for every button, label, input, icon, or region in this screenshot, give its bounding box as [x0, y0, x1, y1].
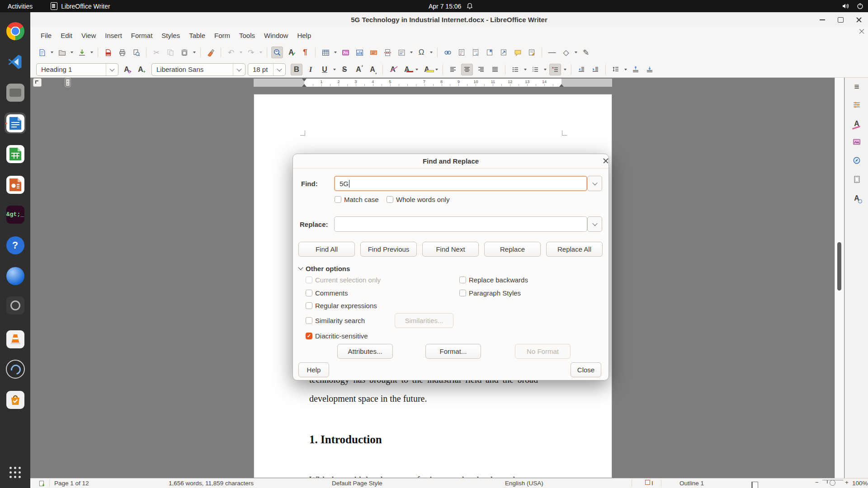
special-character-button[interactable]: Ω	[415, 47, 427, 58]
save-button[interactable]	[76, 47, 88, 58]
print-button[interactable]	[116, 47, 128, 58]
insert-hyperlink-button[interactable]	[442, 47, 453, 58]
paste-button[interactable]	[179, 47, 190, 58]
decrease-indent-button[interactable]	[576, 64, 587, 75]
dock-icon-screenshot-tool[interactable]	[5, 295, 26, 316]
first-line-indent-marker[interactable]	[302, 79, 307, 81]
collapse-chevron-icon[interactable]	[298, 265, 303, 270]
right-indent-marker[interactable]	[559, 84, 564, 87]
replace-input[interactable]	[334, 216, 587, 232]
basic-shapes-dropdown[interactable]	[575, 52, 577, 53]
undo-button[interactable]: ↶	[225, 47, 237, 58]
vertical-scrollbar[interactable]	[835, 78, 844, 478]
bold-button[interactable]: B	[291, 64, 302, 75]
cut-button[interactable]: ✂	[151, 47, 162, 58]
dock-icon-libreoffice-calc[interactable]	[5, 143, 26, 164]
insert-cross-reference-button[interactable]	[498, 47, 509, 58]
comments-label[interactable]: Comments	[315, 289, 348, 297]
redo-dropdown[interactable]	[259, 52, 262, 53]
line-spacing-button[interactable]	[610, 64, 622, 75]
similarity-search-label[interactable]: Similarity search	[315, 317, 365, 324]
insert-field-dropdown[interactable]	[410, 52, 413, 53]
zoom-out-button[interactable]: −	[815, 479, 819, 486]
document-partial-line[interactable]: With the rapid development of science an…	[309, 475, 538, 478]
font-name-dropdown[interactable]	[233, 64, 245, 75]
find-input[interactable]: 5G	[334, 176, 587, 191]
activities-button[interactable]: Activities	[8, 3, 33, 10]
attributes-button[interactable]: Attributes...	[337, 344, 393, 359]
insert-chart-button[interactable]	[354, 47, 365, 58]
clock-menu[interactable]: Apr 7 15:06	[429, 0, 473, 12]
superscript-button[interactable]: A²	[353, 64, 364, 75]
ordered-list-dropdown[interactable]	[544, 69, 547, 70]
selection-mode-label[interactable]: I	[651, 480, 653, 487]
sidebar-tab-style-inspector[interactable]: A	[850, 192, 863, 205]
insert-table-button[interactable]	[320, 47, 331, 58]
dock-icon-libreoffice-impress[interactable]	[5, 174, 26, 195]
clear-formatting-button[interactable]: A	[387, 64, 399, 75]
italic-button[interactable]: I	[305, 64, 316, 75]
line-spacing-dropdown[interactable]	[624, 69, 627, 70]
paragraph-style-combo[interactable]: Heading 1	[36, 63, 118, 76]
font-color-button[interactable]: A	[401, 64, 413, 75]
similarity-search-checkbox[interactable]	[306, 317, 312, 324]
paragraph-styles-label[interactable]: Paragraph Styles	[469, 289, 521, 297]
paste-dropdown[interactable]	[193, 52, 196, 53]
insert-endnote-button[interactable]	[470, 47, 481, 58]
horizontal-line-button[interactable]: —	[546, 47, 558, 58]
update-style-button[interactable]: A⟳	[121, 64, 132, 75]
help-button[interactable]: Help	[298, 362, 329, 377]
increase-paragraph-spacing-button[interactable]	[630, 64, 642, 75]
font-size-combo[interactable]: 18 pt	[248, 63, 286, 76]
format-button[interactable]: Format...	[425, 344, 481, 359]
status-page-style[interactable]: Default Page Style	[332, 480, 382, 487]
highlight-color-dropdown[interactable]	[435, 69, 438, 70]
window-title-bar[interactable]: 5G Technology in Industrial Internet.doc…	[30, 12, 868, 28]
show-applications-button[interactable]	[5, 462, 26, 483]
dock-icon-vlc[interactable]	[5, 328, 26, 350]
sidebar-tab-page[interactable]	[850, 173, 863, 186]
spelling-button[interactable]: A✓	[285, 47, 297, 58]
left-indent-marker[interactable]	[302, 84, 307, 87]
unordered-list-button[interactable]	[509, 64, 521, 75]
unordered-list-dropdown[interactable]	[524, 69, 527, 70]
align-left-button[interactable]	[447, 64, 459, 75]
dialog-close-action-button[interactable]: Close	[571, 362, 601, 377]
document-paragraph-line[interactable]: development space in the future.	[309, 394, 538, 404]
dock-icon-help[interactable]: ?	[5, 235, 26, 256]
subscript-button[interactable]: A₂	[367, 64, 378, 75]
menu-edit[interactable]: Edit	[56, 30, 77, 41]
dock-icon-chrome[interactable]	[5, 20, 26, 42]
close-window-button[interactable]	[856, 17, 862, 23]
show-draw-functions-button[interactable]: ✎	[580, 47, 592, 58]
scrollbar-thumb[interactable]	[837, 242, 841, 291]
copy-button[interactable]	[165, 47, 176, 58]
zoom-in-button[interactable]: +	[845, 479, 849, 486]
dock-icon-browser-sphere[interactable]	[5, 265, 26, 286]
status-page-number[interactable]: Page 1 of 12	[54, 480, 89, 487]
insert-image-button[interactable]	[340, 47, 351, 58]
strikethrough-button[interactable]: S	[339, 64, 350, 75]
font-name-combo[interactable]: Liberation Sans	[151, 63, 245, 76]
clone-formatting-button[interactable]	[205, 47, 217, 58]
find-all-button[interactable]: Find All	[298, 242, 355, 257]
regular-expressions-checkbox[interactable]	[306, 302, 312, 309]
dock-icon-obs[interactable]	[5, 358, 26, 380]
paragraph-style-dropdown[interactable]	[106, 64, 118, 75]
sidebar-settings-button[interactable]: ≡	[850, 80, 863, 93]
underline-button[interactable]: U	[319, 64, 330, 75]
maximize-button[interactable]	[838, 17, 844, 23]
open-file-button[interactable]	[56, 47, 68, 58]
special-character-dropdown[interactable]	[430, 52, 433, 53]
insert-field-button[interactable]	[396, 47, 407, 58]
sidebar-tab-navigator[interactable]	[850, 154, 863, 167]
diacritic-sensitive-checkbox[interactable]: ✓	[306, 333, 312, 339]
dock-icon-libreoffice-writer[interactable]	[5, 113, 26, 134]
align-right-button[interactable]	[475, 64, 487, 75]
find-next-button[interactable]: Find Next	[422, 242, 479, 257]
sidebar-tab-styles[interactable]: A	[850, 117, 863, 130]
status-word-count[interactable]: 1,656 words, 11,859 characters	[169, 480, 254, 487]
replace-backwards-label[interactable]: Replace backwards	[469, 276, 528, 284]
dialog-title-bar[interactable]: Find and Replace	[293, 154, 609, 169]
align-center-button[interactable]	[461, 64, 473, 75]
